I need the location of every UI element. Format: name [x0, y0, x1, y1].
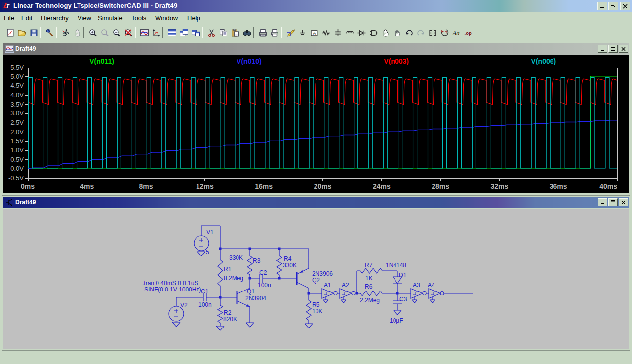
- schematic-label: D1: [399, 272, 407, 279]
- toolbar-separator: [135, 27, 136, 38]
- schematic-label: C2: [259, 269, 267, 276]
- waveform-close-button[interactable]: [619, 45, 628, 53]
- schematic-title: Draft49: [15, 199, 36, 206]
- schematic-label: C1: [201, 288, 209, 295]
- component-button[interactable]: [367, 27, 379, 38]
- schematic-titlebar[interactable]: Draft49: [3, 197, 629, 208]
- minimize-button[interactable]: [597, 2, 607, 10]
- save-button[interactable]: [28, 27, 40, 38]
- statusbar: [0, 351, 632, 364]
- paste-icon: [231, 29, 239, 37]
- label-net-icon: A: [310, 29, 318, 37]
- move-button[interactable]: [379, 27, 391, 38]
- menu-view[interactable]: View: [78, 14, 91, 22]
- spice-directive-button[interactable]: .op: [462, 27, 474, 38]
- schematic-maximize-button[interactable]: [608, 198, 618, 206]
- schematic-label: 1N4148: [386, 262, 406, 269]
- ground-button[interactable]: [296, 27, 308, 38]
- text-icon: Aa: [452, 29, 461, 37]
- paste-button[interactable]: [229, 27, 241, 38]
- toolbar: AAa.op: [0, 25, 632, 40]
- autorange-icon: [140, 29, 149, 37]
- zoom-back-button[interactable]: [99, 27, 111, 38]
- waveform-titlebar[interactable]: Draft49: [3, 43, 629, 55]
- waveform-window-icon: [5, 45, 14, 53]
- schematic-label: V1: [206, 229, 214, 236]
- trace-label: V(n003): [384, 57, 409, 65]
- schematic-label: 330K: [229, 255, 243, 261]
- y-tick-label: -0.5V: [8, 174, 24, 182]
- new-schematic-button[interactable]: [4, 27, 16, 38]
- wire-button[interactable]: [284, 27, 296, 38]
- waveform-plot-area[interactable]: 5.5V5.0V4.5V4.0V3.5V3.0V2.5V2.0V1.5V1.0V…: [3, 55, 629, 193]
- drag-icon: [393, 29, 401, 37]
- zoom-in-button[interactable]: [87, 27, 99, 38]
- menu-edit[interactable]: Edit: [21, 14, 32, 22]
- zoom-out-button[interactable]: [111, 27, 122, 38]
- waveform-title: Draft49: [15, 45, 36, 52]
- redo-button[interactable]: [415, 27, 427, 38]
- text-button[interactable]: Aa: [450, 27, 462, 38]
- trace-label: V(n006): [531, 57, 556, 65]
- open-file-icon: [18, 29, 26, 37]
- tile-horz-button[interactable]: [166, 27, 178, 38]
- cascade-button[interactable]: [190, 27, 201, 38]
- x-tick-label: 40ms: [599, 182, 617, 190]
- run-button[interactable]: [59, 27, 71, 38]
- y-tick-label: 1.5V: [10, 137, 24, 145]
- x-tick-label: 8ms: [139, 182, 153, 190]
- rotate-button[interactable]: [438, 27, 450, 38]
- tile-vert-button[interactable]: [178, 27, 190, 38]
- restore-button[interactable]: [608, 2, 618, 10]
- copy-button[interactable]: [217, 27, 229, 38]
- capacitor-icon: [334, 29, 342, 37]
- trace: [28, 79, 617, 105]
- menu-hierarchy[interactable]: Hierarchy: [41, 14, 69, 22]
- axes-icon: [152, 29, 160, 37]
- undo-button[interactable]: [403, 27, 415, 38]
- close-button[interactable]: [620, 2, 630, 10]
- toolbar-separator: [202, 27, 203, 38]
- cut-button[interactable]: [205, 27, 217, 38]
- y-tick-label: 1.0V: [10, 146, 24, 154]
- resistor-button[interactable]: [320, 27, 332, 38]
- print-preview-button[interactable]: [257, 27, 269, 38]
- x-tick-label: 28ms: [432, 182, 449, 190]
- print-button[interactable]: [269, 27, 280, 38]
- zoom-full-button[interactable]: [122, 27, 134, 38]
- axes-button[interactable]: [150, 27, 162, 38]
- schematic-label: Q2: [312, 277, 320, 284]
- mirror-button[interactable]: [427, 27, 438, 38]
- y-tick-label: 5.0V: [10, 73, 24, 80]
- schematic-minimize-button[interactable]: [598, 198, 607, 206]
- y-tick-label: 4.0V: [10, 91, 24, 99]
- waveform-maximize-button[interactable]: [608, 45, 618, 53]
- menu-simulate[interactable]: Simulate: [98, 14, 123, 22]
- diode-button[interactable]: [356, 27, 367, 38]
- schematic-close-button[interactable]: [619, 198, 628, 206]
- diode-icon: [357, 29, 366, 37]
- new-schematic-icon: [6, 29, 14, 37]
- menu-help[interactable]: Help: [187, 14, 200, 22]
- drag-button[interactable]: [391, 27, 403, 38]
- schematic-canvas[interactable]: V15.tran 0 40mS 0 0.1uSSINE(0 0.1V 1000H…: [3, 209, 629, 349]
- control-panel-button[interactable]: [43, 27, 55, 38]
- capacitor-button[interactable]: [332, 27, 344, 38]
- trace-label: V(n010): [237, 57, 262, 65]
- schematic-label: R4: [284, 255, 292, 262]
- find-button[interactable]: [241, 27, 253, 38]
- waveform-minimize-button[interactable]: [598, 45, 607, 53]
- label-net-button[interactable]: A: [308, 27, 320, 38]
- schematic-label: 10K: [312, 308, 322, 315]
- schematic-label: A4: [428, 282, 435, 289]
- menu-window[interactable]: Window: [155, 14, 178, 22]
- inductor-button[interactable]: [344, 27, 356, 38]
- halt-button[interactable]: [71, 27, 83, 38]
- autorange-button[interactable]: [138, 27, 150, 38]
- x-tick-label: 20ms: [314, 182, 332, 190]
- zoom-full-icon: [124, 29, 133, 37]
- open-file-button[interactable]: [16, 27, 28, 38]
- menu-tools[interactable]: Tools: [131, 14, 146, 22]
- menu-file[interactable]: File: [4, 14, 14, 22]
- inductor-icon: [346, 29, 354, 37]
